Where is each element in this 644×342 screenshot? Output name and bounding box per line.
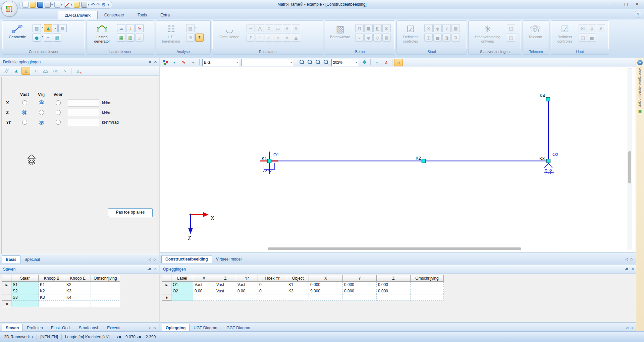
climate-load-icon[interactable]: ☁ (117, 24, 125, 32)
tab-staafaansl[interactable]: Staafaansl. (75, 324, 103, 332)
steel-chart-icon[interactable]: ▅ (433, 34, 442, 42)
concrete-frame-icon[interactable]: ⊡ (382, 24, 391, 32)
tab-excentr[interactable]: Excentr. (103, 324, 125, 332)
measure-icon[interactable]: ∡ (382, 59, 390, 66)
snapshot-icon[interactable] (81, 2, 87, 8)
plate-icon[interactable]: ▨ (53, 34, 61, 42)
le-berekening-button[interactable]: ☷ L.E. berekening (158, 22, 184, 49)
close-icon[interactable]: ✕ (154, 265, 157, 273)
geometrie-button[interactable]: Geometrie (4, 22, 31, 49)
tab-virtueel-model[interactable]: Virtueel model (212, 255, 246, 263)
node-k3[interactable] (547, 159, 550, 163)
horizontal-roller-icon[interactable]: ◁ (31, 67, 40, 75)
supports-caret[interactable]: ▾ (53, 24, 58, 32)
moment-line-icon[interactable]: ⋀ (256, 24, 264, 32)
help-button[interactable]: ? (635, 11, 641, 17)
normal-force-icon[interactable]: → (247, 24, 255, 32)
close-icon[interactable]: ✕ (154, 58, 157, 66)
concrete-column-icon[interactable]: ◧ (373, 24, 382, 32)
betonwizard-button[interactable]: ▧ Betonwizard (327, 22, 354, 49)
print-icon[interactable] (45, 2, 51, 8)
timber-deflection-icon[interactable]: ∨ (597, 24, 605, 32)
redo-icon[interactable]: ↷ (96, 2, 100, 7)
undo-icon[interactable]: ↶ (91, 2, 95, 7)
tab-speciaal[interactable]: Speciaal (20, 255, 44, 263)
tab-construeer[interactable]: Construeer (98, 11, 131, 19)
moment-load-icon[interactable]: ∿ (135, 24, 144, 32)
scroll-left-icon[interactable]: ◁ (626, 257, 628, 261)
steel-building-icon[interactable]: ◫ (424, 34, 433, 42)
tab-oplegging[interactable]: Oplegging (162, 324, 190, 332)
minimize-button[interactable]: – (610, 1, 620, 7)
steel-calendar-icon[interactable]: ▦ (451, 24, 460, 32)
radio-yr-vast[interactable] (22, 120, 27, 125)
node-k1[interactable] (268, 159, 271, 163)
new-row[interactable]: ✱ (162, 294, 444, 301)
concrete-doc-icon[interactable]: ▦ (382, 34, 391, 42)
scroll-right-icon[interactable]: ▷ (631, 326, 634, 330)
connection-a-icon[interactable]: ◫ (507, 24, 515, 32)
point-load-icon[interactable]: ↓ (126, 24, 135, 32)
scroll-left-icon[interactable]: ◁ (149, 326, 151, 330)
load-combination-combo[interactable] (241, 59, 293, 66)
stress-icon[interactable]: ▭ (274, 24, 282, 32)
node-k4[interactable] (546, 98, 550, 101)
rotation-result-icon[interactable]: φ (274, 34, 282, 42)
close-button[interactable]: ✕ (632, 1, 642, 7)
scroll-left-icon[interactable]: ◁ (626, 326, 629, 330)
tab-elast-ond[interactable]: Elast. Ond. (47, 324, 75, 332)
moment-filled-icon[interactable]: ▲ (292, 34, 300, 42)
report-icon[interactable] (74, 2, 80, 8)
steel-rebar-icon[interactable]: φ (433, 24, 442, 32)
spring-result-icon[interactable]: ✓ (265, 34, 273, 42)
polygon-section-icon[interactable]: ◇ (373, 34, 382, 42)
module-selector[interactable]: 2D-Raamwerk▾ (0, 335, 33, 339)
tab-constructieafbeelding[interactable]: Constructieafbeelding (161, 255, 212, 263)
vertical-scrollbar[interactable] (628, 68, 632, 250)
vertical-rollers-icon[interactable]: ◁◁ (51, 67, 59, 75)
omhullende-button[interactable]: ◡ Omhullende (214, 22, 245, 49)
tab-ugt-diagram[interactable]: UGT Diagram (190, 324, 222, 332)
radio-x-vast[interactable] (22, 100, 27, 105)
steel-profile-icon[interactable]: ◨ (442, 34, 451, 42)
loadcase-colors-caret[interactable]: ▾ (170, 59, 178, 66)
delete-support-icon[interactable]: △ (73, 67, 82, 75)
node-k2[interactable] (422, 159, 426, 163)
timber-building-icon[interactable]: ◫ (579, 34, 587, 42)
nodes-icon[interactable]: ● (33, 34, 41, 42)
norm-indicator[interactable]: [NEN-EN] (40, 335, 58, 339)
tab-basis[interactable]: Basis (2, 255, 20, 263)
supports-icon[interactable]: ▲ (44, 24, 52, 32)
deflection-icon[interactable]: ∨ (283, 24, 291, 32)
line-load-icon[interactable]: ▦ (117, 34, 125, 42)
pin-icon[interactable] (625, 267, 629, 271)
tab-ggt-diagram[interactable]: GGT Diagram (222, 324, 255, 332)
tab-tools[interactable]: Tools (131, 11, 154, 19)
table-row[interactable]: O20.00 Vast0.00 0K3 9.0000.000 0.000 (162, 288, 444, 294)
ground-beam-icon[interactable]: ≡ (58, 24, 67, 32)
steel-deflection-icon[interactable]: ∨ (442, 24, 451, 32)
reaction-arrow-icon[interactable]: ⊥ (256, 34, 264, 42)
concrete-section-icon[interactable]: ■ (364, 24, 373, 32)
app-logo-icon[interactable] (1, 1, 17, 17)
draw-member-icon[interactable]: ⊿ (394, 59, 403, 66)
radio-z-vast[interactable] (22, 110, 27, 115)
spring-value-x-input[interactable] (68, 99, 99, 107)
k3-support-symbol[interactable] (544, 163, 552, 168)
radio-z-veer[interactable] (56, 110, 61, 115)
select-pen-caret[interactable]: ▾ (189, 59, 197, 66)
maximize-button[interactable]: ▢ (621, 1, 631, 7)
structure-canvas[interactable]: K1 O1 K2 K3 O2 K4 X Z (160, 67, 636, 252)
radio-z-vrij[interactable] (39, 110, 44, 115)
scroll-left-icon[interactable]: ◁ (149, 258, 151, 261)
loadcase-colors-icon[interactable] (162, 59, 169, 65)
pin-icon[interactable] (147, 60, 151, 64)
member-release-icon[interactable]: ⌐ (44, 34, 52, 42)
table-row[interactable]: S3K3 K4 (2, 294, 120, 301)
tab-staven[interactable]: Staven (2, 324, 23, 332)
support-reactions-icon[interactable]: Γ (247, 34, 255, 42)
telecom-button[interactable]: ☏ Telecom (525, 22, 546, 49)
tab-2d-raamwerk[interactable]: 2D-Raamwerk (58, 11, 98, 19)
close-icon[interactable]: ✕ (631, 265, 634, 273)
connection-b-icon[interactable]: ◫ (507, 34, 515, 42)
